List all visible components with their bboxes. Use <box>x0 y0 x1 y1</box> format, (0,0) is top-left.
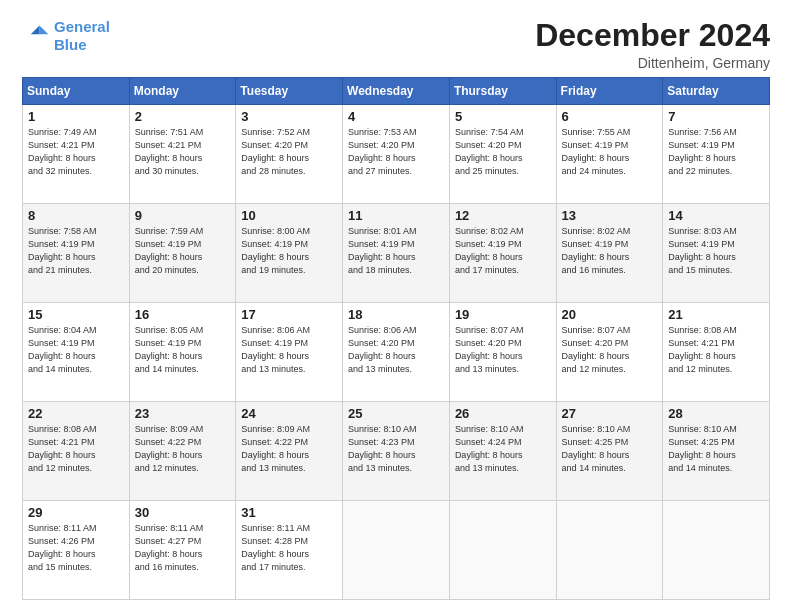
calendar-header-row: SundayMondayTuesdayWednesdayThursdayFrid… <box>23 78 770 105</box>
calendar-week-5: 29 Sunrise: 8:11 AM Sunset: 4:26 PM Dayl… <box>23 501 770 600</box>
day-info: Sunrise: 7:56 AM Sunset: 4:19 PM Dayligh… <box>668 126 764 178</box>
calendar-cell: 22 Sunrise: 8:08 AM Sunset: 4:21 PM Dayl… <box>23 402 130 501</box>
day-info: Sunrise: 8:08 AM Sunset: 4:21 PM Dayligh… <box>668 324 764 376</box>
day-number: 7 <box>668 109 764 124</box>
calendar-cell: 19 Sunrise: 8:07 AM Sunset: 4:20 PM Dayl… <box>449 303 556 402</box>
day-number: 17 <box>241 307 337 322</box>
day-info: Sunrise: 7:53 AM Sunset: 4:20 PM Dayligh… <box>348 126 444 178</box>
calendar-header-monday: Monday <box>129 78 236 105</box>
day-number: 16 <box>135 307 231 322</box>
calendar-cell: 9 Sunrise: 7:59 AM Sunset: 4:19 PM Dayli… <box>129 204 236 303</box>
calendar-cell: 14 Sunrise: 8:03 AM Sunset: 4:19 PM Dayl… <box>663 204 770 303</box>
calendar-week-1: 1 Sunrise: 7:49 AM Sunset: 4:21 PM Dayli… <box>23 105 770 204</box>
day-info: Sunrise: 7:51 AM Sunset: 4:21 PM Dayligh… <box>135 126 231 178</box>
day-info: Sunrise: 8:03 AM Sunset: 4:19 PM Dayligh… <box>668 225 764 277</box>
calendar-cell: 17 Sunrise: 8:06 AM Sunset: 4:19 PM Dayl… <box>236 303 343 402</box>
calendar-cell: 25 Sunrise: 8:10 AM Sunset: 4:23 PM Dayl… <box>343 402 450 501</box>
logo-icon <box>22 22 50 50</box>
calendar-cell: 7 Sunrise: 7:56 AM Sunset: 4:19 PM Dayli… <box>663 105 770 204</box>
calendar-cell: 30 Sunrise: 8:11 AM Sunset: 4:27 PM Dayl… <box>129 501 236 600</box>
calendar-cell <box>343 501 450 600</box>
calendar-cell: 11 Sunrise: 8:01 AM Sunset: 4:19 PM Dayl… <box>343 204 450 303</box>
day-info: Sunrise: 8:06 AM Sunset: 4:20 PM Dayligh… <box>348 324 444 376</box>
day-info: Sunrise: 7:52 AM Sunset: 4:20 PM Dayligh… <box>241 126 337 178</box>
day-number: 3 <box>241 109 337 124</box>
day-info: Sunrise: 7:49 AM Sunset: 4:21 PM Dayligh… <box>28 126 124 178</box>
day-number: 26 <box>455 406 551 421</box>
calendar-cell: 23 Sunrise: 8:09 AM Sunset: 4:22 PM Dayl… <box>129 402 236 501</box>
day-number: 23 <box>135 406 231 421</box>
day-info: Sunrise: 8:10 AM Sunset: 4:25 PM Dayligh… <box>668 423 764 475</box>
calendar-cell: 16 Sunrise: 8:05 AM Sunset: 4:19 PM Dayl… <box>129 303 236 402</box>
calendar-week-4: 22 Sunrise: 8:08 AM Sunset: 4:21 PM Dayl… <box>23 402 770 501</box>
calendar-cell <box>449 501 556 600</box>
calendar-week-3: 15 Sunrise: 8:04 AM Sunset: 4:19 PM Dayl… <box>23 303 770 402</box>
svg-marker-1 <box>31 26 40 35</box>
calendar-week-2: 8 Sunrise: 7:58 AM Sunset: 4:19 PM Dayli… <box>23 204 770 303</box>
logo-text: General Blue <box>54 18 110 54</box>
day-number: 4 <box>348 109 444 124</box>
calendar-header-thursday: Thursday <box>449 78 556 105</box>
day-number: 15 <box>28 307 124 322</box>
calendar-cell: 31 Sunrise: 8:11 AM Sunset: 4:28 PM Dayl… <box>236 501 343 600</box>
day-number: 6 <box>562 109 658 124</box>
day-number: 31 <box>241 505 337 520</box>
day-number: 13 <box>562 208 658 223</box>
day-number: 27 <box>562 406 658 421</box>
page: General Blue December 2024 Dittenheim, G… <box>0 0 792 612</box>
calendar-cell: 28 Sunrise: 8:10 AM Sunset: 4:25 PM Dayl… <box>663 402 770 501</box>
day-number: 22 <box>28 406 124 421</box>
day-number: 20 <box>562 307 658 322</box>
day-number: 9 <box>135 208 231 223</box>
day-info: Sunrise: 8:07 AM Sunset: 4:20 PM Dayligh… <box>455 324 551 376</box>
day-info: Sunrise: 8:07 AM Sunset: 4:20 PM Dayligh… <box>562 324 658 376</box>
header: General Blue December 2024 Dittenheim, G… <box>22 18 770 71</box>
calendar-cell: 3 Sunrise: 7:52 AM Sunset: 4:20 PM Dayli… <box>236 105 343 204</box>
day-number: 8 <box>28 208 124 223</box>
day-number: 5 <box>455 109 551 124</box>
day-info: Sunrise: 8:09 AM Sunset: 4:22 PM Dayligh… <box>241 423 337 475</box>
day-number: 2 <box>135 109 231 124</box>
calendar-cell: 15 Sunrise: 8:04 AM Sunset: 4:19 PM Dayl… <box>23 303 130 402</box>
logo: General Blue <box>22 18 110 54</box>
title-block: December 2024 Dittenheim, Germany <box>535 18 770 71</box>
day-info: Sunrise: 8:02 AM Sunset: 4:19 PM Dayligh… <box>455 225 551 277</box>
day-info: Sunrise: 8:06 AM Sunset: 4:19 PM Dayligh… <box>241 324 337 376</box>
subtitle: Dittenheim, Germany <box>535 55 770 71</box>
day-info: Sunrise: 8:08 AM Sunset: 4:21 PM Dayligh… <box>28 423 124 475</box>
day-info: Sunrise: 8:11 AM Sunset: 4:28 PM Dayligh… <box>241 522 337 574</box>
day-info: Sunrise: 8:00 AM Sunset: 4:19 PM Dayligh… <box>241 225 337 277</box>
calendar-cell: 5 Sunrise: 7:54 AM Sunset: 4:20 PM Dayli… <box>449 105 556 204</box>
day-info: Sunrise: 8:01 AM Sunset: 4:19 PM Dayligh… <box>348 225 444 277</box>
day-number: 19 <box>455 307 551 322</box>
calendar-cell: 18 Sunrise: 8:06 AM Sunset: 4:20 PM Dayl… <box>343 303 450 402</box>
day-number: 18 <box>348 307 444 322</box>
calendar-cell: 26 Sunrise: 8:10 AM Sunset: 4:24 PM Dayl… <box>449 402 556 501</box>
calendar-cell: 21 Sunrise: 8:08 AM Sunset: 4:21 PM Dayl… <box>663 303 770 402</box>
day-info: Sunrise: 8:11 AM Sunset: 4:27 PM Dayligh… <box>135 522 231 574</box>
calendar-cell: 13 Sunrise: 8:02 AM Sunset: 4:19 PM Dayl… <box>556 204 663 303</box>
calendar-cell: 8 Sunrise: 7:58 AM Sunset: 4:19 PM Dayli… <box>23 204 130 303</box>
day-number: 10 <box>241 208 337 223</box>
calendar-cell: 10 Sunrise: 8:00 AM Sunset: 4:19 PM Dayl… <box>236 204 343 303</box>
day-number: 29 <box>28 505 124 520</box>
day-number: 25 <box>348 406 444 421</box>
calendar-cell: 27 Sunrise: 8:10 AM Sunset: 4:25 PM Dayl… <box>556 402 663 501</box>
calendar-cell: 6 Sunrise: 7:55 AM Sunset: 4:19 PM Dayli… <box>556 105 663 204</box>
calendar-cell: 1 Sunrise: 7:49 AM Sunset: 4:21 PM Dayli… <box>23 105 130 204</box>
day-number: 28 <box>668 406 764 421</box>
calendar-cell: 12 Sunrise: 8:02 AM Sunset: 4:19 PM Dayl… <box>449 204 556 303</box>
calendar-header-tuesday: Tuesday <box>236 78 343 105</box>
day-info: Sunrise: 8:10 AM Sunset: 4:23 PM Dayligh… <box>348 423 444 475</box>
day-number: 1 <box>28 109 124 124</box>
day-number: 12 <box>455 208 551 223</box>
day-info: Sunrise: 8:09 AM Sunset: 4:22 PM Dayligh… <box>135 423 231 475</box>
calendar-cell: 20 Sunrise: 8:07 AM Sunset: 4:20 PM Dayl… <box>556 303 663 402</box>
day-info: Sunrise: 8:04 AM Sunset: 4:19 PM Dayligh… <box>28 324 124 376</box>
day-info: Sunrise: 8:02 AM Sunset: 4:19 PM Dayligh… <box>562 225 658 277</box>
day-number: 30 <box>135 505 231 520</box>
calendar-header-saturday: Saturday <box>663 78 770 105</box>
calendar-table: SundayMondayTuesdayWednesdayThursdayFrid… <box>22 77 770 600</box>
calendar-cell <box>556 501 663 600</box>
calendar-header-wednesday: Wednesday <box>343 78 450 105</box>
